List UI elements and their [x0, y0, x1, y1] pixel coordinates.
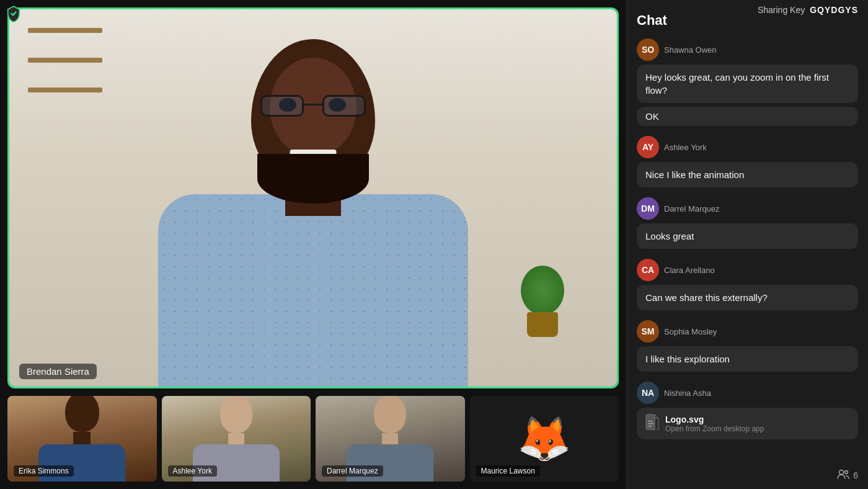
participant-count-number: 6 — [853, 470, 858, 480]
chat-message-darrel: DM Darrel Marquez Looks great — [637, 197, 858, 249]
chat-message-nishina: NA Nishina Asha — [637, 382, 858, 439]
sender-name-sophia: Sophia Mosley — [664, 327, 717, 336]
msg-bubble-darrel: Looks great — [637, 223, 858, 249]
thumbnail-label-erika: Erika Simmons — [14, 465, 74, 477]
shield-icon — [5, 5, 22, 25]
file-info: Logo.svg Open from Zoom desktop app — [665, 415, 764, 433]
app-container: Sharing Key GQYDGYS — [0, 0, 868, 489]
main-speaker-figure — [127, 33, 499, 387]
fox-avatar: 🦊 — [517, 417, 571, 460]
chat-message-shawna: SO Shawna Owen Hey looks great, can you … — [637, 38, 858, 126]
shelf-decoration — [28, 28, 102, 152]
svg-rect-1 — [648, 421, 653, 422]
participant-count: 6 — [837, 469, 858, 482]
svg-rect-0 — [646, 415, 655, 429]
chat-bottom-bar: 6 — [637, 464, 858, 482]
avatar-sophia: SM — [637, 320, 659, 343]
chat-panel: Chat SO Shawna Owen Hey looks great, can… — [626, 0, 868, 489]
file-name: Logo.svg — [665, 415, 764, 424]
svg-rect-2 — [648, 423, 654, 424]
svg-point-4 — [839, 470, 844, 475]
sharing-key-value: GQYDGYS — [810, 5, 858, 15]
svg-rect-3 — [648, 426, 652, 427]
main-speaker-label: Brendan Sierra — [19, 364, 97, 379]
msg-bubble-clara: Can we share this externally? — [637, 285, 858, 310]
msg-bubble-shawna-2: OK — [637, 107, 858, 126]
msg-bubble-ashlee: Nice I like the animation — [637, 162, 858, 187]
thumbnail-erika[interactable]: Erika Simmons — [7, 396, 157, 482]
chat-message-sophia: SM Sophia Mosley I like this exploration — [637, 320, 858, 372]
avatar-clara: CA — [637, 259, 659, 281]
main-video: Brendan Sierra — [7, 7, 619, 388]
chat-message-ashlee: AY Ashlee York Nice I like the animation — [637, 136, 858, 187]
chat-messages: SO Shawna Owen Hey looks great, can you … — [637, 38, 858, 464]
sender-name-ashlee: Ashlee York — [664, 143, 707, 152]
thumbnail-maurice[interactable]: 🦊 Maurice Lawson — [470, 396, 619, 482]
thumbnail-label-ashlee: Ashlee York — [168, 465, 217, 477]
thumbnail-strip: Erika Simmons Ashlee York — [7, 396, 619, 482]
sharing-key-label: Sharing Key — [758, 5, 805, 15]
sender-name-clara: Clara Arellano — [664, 266, 715, 275]
glasses — [260, 95, 366, 117]
file-sub: Open from Zoom desktop app — [665, 424, 764, 433]
file-bubble-nishina[interactable]: Logo.svg Open from Zoom desktop app — [637, 408, 858, 439]
sender-name-darrel: Darrel Marquez — [664, 204, 720, 213]
thumbnail-darrel[interactable]: Darrel Marquez — [316, 396, 465, 482]
svg-point-5 — [845, 471, 848, 474]
avatar-darrel: DM — [637, 197, 659, 220]
file-document-icon — [645, 414, 659, 433]
avatar-nishina: NA — [637, 382, 659, 404]
msg-bubble-sophia: I like this exploration — [637, 346, 858, 372]
avatar-shawna: SO — [637, 38, 659, 61]
thumbnail-label-maurice: Maurice Lawson — [476, 465, 540, 477]
thumbnail-label-darrel: Darrel Marquez — [322, 465, 383, 477]
sender-name-shawna: Shawna Owen — [664, 45, 717, 55]
sender-name-nishina: Nishina Asha — [664, 388, 711, 398]
avatar-ashlee: AY — [637, 136, 659, 158]
video-area: Brendan Sierra Erika Simmons — [0, 0, 626, 489]
thumbnail-ashlee[interactable]: Ashlee York — [162, 396, 311, 482]
sharing-key-bar: Sharing Key GQYDGYS — [748, 0, 868, 20]
msg-bubble-shawna-1: Hey looks great, can you zoom in on the … — [637, 65, 858, 103]
people-icon — [837, 469, 849, 482]
plant-decoration — [518, 262, 567, 337]
chat-message-clara: CA Clara Arellano Can we share this exte… — [637, 259, 858, 310]
